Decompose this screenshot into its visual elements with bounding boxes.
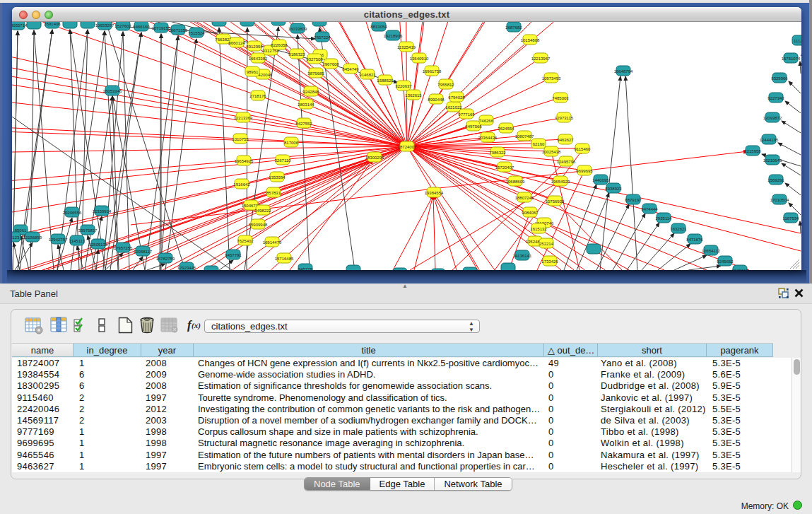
svg-text:15716485: 15716485	[275, 257, 294, 261]
svg-text:16033809: 16033809	[288, 27, 307, 31]
svg-text:6466160: 6466160	[133, 25, 150, 29]
svg-text:10653267: 10653267	[95, 23, 114, 28]
svg-text:9463627: 9463627	[557, 138, 574, 142]
svg-text:7625402: 7625402	[237, 239, 254, 243]
svg-text:(x): (x)	[192, 321, 201, 330]
svg-text:8912954: 8912954	[246, 45, 263, 49]
svg-text:33975857: 33975857	[78, 228, 98, 233]
svg-text:10958117: 10958117	[134, 250, 153, 254]
svg-text:817006: 817006	[284, 141, 299, 145]
svg-text:9227343: 9227343	[767, 96, 784, 100]
svg-text:16914479: 16914479	[263, 240, 282, 245]
svg-text:19654923: 19654923	[551, 180, 570, 184]
svg-text:14136141: 14136141	[513, 254, 532, 258]
svg-text:16961758: 16961758	[423, 69, 442, 74]
svg-text:8427552: 8427552	[295, 122, 312, 126]
svg-text:2691406: 2691406	[44, 22, 61, 26]
svg-text:7515524: 7515524	[188, 31, 205, 35]
svg-text:3498222: 3498222	[254, 209, 271, 213]
svg-text:1353594: 1353594	[269, 175, 286, 180]
svg-text:16210643: 16210643	[763, 158, 782, 163]
svg-text:8226058: 8226058	[271, 43, 288, 47]
svg-text:1010755: 1010755	[232, 137, 249, 141]
svg-text:9777169: 9777169	[458, 112, 475, 117]
svg-text:11325419: 11325419	[397, 45, 416, 49]
svg-text:9245652: 9245652	[717, 259, 734, 264]
svg-text:8990448: 8990448	[428, 98, 445, 102]
svg-text:2803144: 2803144	[298, 103, 314, 107]
svg-text:2967608: 2967608	[322, 62, 339, 66]
svg-text:1615132: 1615132	[530, 227, 547, 231]
svg-text:10654112: 10654112	[702, 249, 721, 253]
svg-text:1916642: 1916642	[233, 182, 250, 187]
svg-text:2687682: 2687682	[505, 25, 522, 30]
svg-text:24055714: 24055714	[12, 23, 28, 28]
svg-text:10756928: 10756928	[546, 199, 565, 204]
svg-text:8454749: 8454749	[342, 67, 359, 71]
svg-text:19384554: 19384554	[425, 191, 444, 195]
svg-text:10973493: 10973493	[542, 76, 561, 81]
svg-text:945779: 945779	[298, 267, 313, 271]
svg-text:18300295: 18300295	[365, 156, 384, 160]
svg-text:8938923: 8938923	[605, 187, 622, 191]
svg-text:12156859: 12156859	[23, 235, 42, 240]
svg-text:1440095: 1440095	[592, 178, 609, 182]
svg-text:9660124: 9660124	[228, 41, 245, 45]
svg-text:3624554: 3624554	[498, 127, 514, 131]
svg-text:1167534: 1167534	[783, 216, 800, 221]
svg-text:26053346: 26053346	[103, 89, 122, 93]
svg-text:12444195: 12444195	[760, 138, 779, 142]
svg-text:3875685: 3875685	[307, 71, 324, 76]
svg-text:1527602: 1527602	[114, 24, 131, 28]
svg-text:1621022: 1621022	[445, 105, 462, 110]
svg-text:1588520: 1588520	[377, 78, 394, 83]
svg-text:98961: 98961	[247, 70, 259, 74]
svg-text:8813054: 8813054	[370, 25, 387, 29]
svg-text:1362615: 1362615	[405, 93, 422, 98]
svg-text:16671355: 16671355	[169, 28, 188, 33]
svg-text:9457791: 9457791	[225, 253, 242, 257]
svg-text:62160: 62160	[533, 142, 545, 146]
svg-text:10688609: 10688609	[506, 180, 525, 184]
svg-text:17957255: 17957255	[114, 246, 133, 250]
svg-text:19218906: 19218906	[384, 34, 403, 38]
svg-text:9474444: 9474444	[641, 207, 658, 211]
svg-text:10025438: 10025438	[542, 150, 561, 154]
svg-text:9242848: 9242848	[302, 90, 319, 94]
svg-text:12093872: 12093872	[763, 116, 782, 120]
svg-text:746266: 746266	[479, 119, 494, 123]
svg-text:39123: 39123	[12, 235, 20, 240]
svg-text:3215958: 3215958	[744, 149, 761, 153]
svg-text:1569291: 1569291	[767, 178, 784, 182]
svg-text:9699695: 9699695	[576, 169, 593, 173]
svg-text:1733426: 1733426	[541, 259, 558, 264]
svg-text:6497568: 6497568	[465, 124, 482, 129]
svg-text:10154808: 10154808	[521, 38, 540, 42]
svg-text:12495796: 12495796	[557, 160, 576, 164]
svg-text:18807249: 18807249	[515, 196, 534, 200]
svg-text:11123: 11123	[794, 39, 801, 43]
svg-text:9245612: 9245612	[731, 269, 748, 271]
svg-text:10807487: 10807487	[515, 134, 534, 139]
svg-text:16782759: 16782759	[156, 257, 175, 261]
svg-text:13640910: 13640910	[410, 57, 429, 61]
svg-text:7986322: 7986322	[489, 151, 506, 155]
svg-text:8186323: 8186323	[288, 52, 305, 57]
svg-text:6879197: 6879197	[625, 198, 642, 202]
svg-text:252214: 252214	[539, 242, 554, 246]
svg-text:3220637: 3220637	[395, 84, 412, 88]
svg-text:1292344: 1292344	[203, 269, 220, 271]
svg-text:9329966: 9329966	[771, 76, 788, 81]
svg-text:1145113: 1145113	[69, 239, 86, 243]
svg-text:7955812: 7955812	[437, 83, 454, 87]
svg-text:12213363: 12213363	[234, 116, 253, 120]
svg-text:12359924: 12359924	[93, 209, 112, 214]
svg-text:20364436: 20364436	[478, 136, 498, 140]
svg-text:12213967: 12213967	[531, 57, 551, 61]
svg-text:18724007: 18724007	[398, 145, 417, 149]
svg-text:15909948: 15909948	[249, 223, 268, 227]
svg-text:17010504: 17010504	[770, 198, 789, 202]
svg-text:16648794: 16648794	[614, 69, 633, 74]
svg-text:2935114: 2935114	[656, 216, 673, 221]
svg-text:857831: 857831	[266, 191, 281, 195]
